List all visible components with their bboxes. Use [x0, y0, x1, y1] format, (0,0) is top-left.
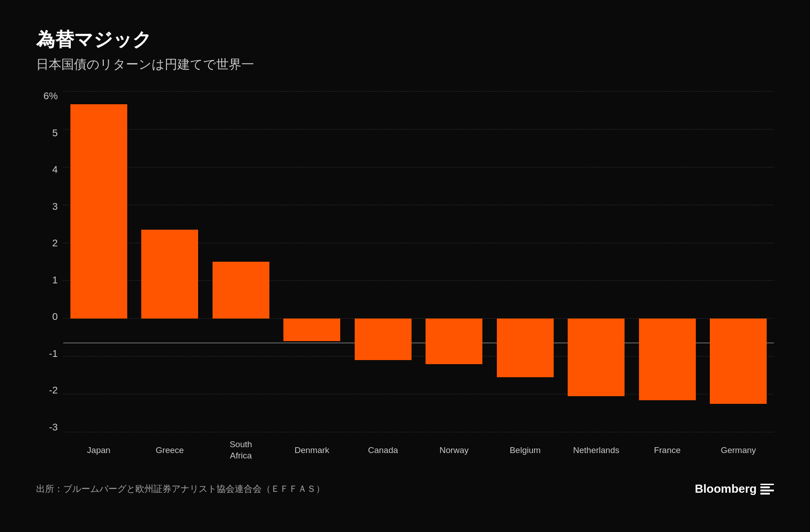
- bar: [70, 104, 127, 319]
- bars-container: [63, 91, 774, 432]
- bar-group: [134, 91, 206, 432]
- y-axis-label: 2: [36, 238, 63, 248]
- x-axis-label: Germany: [703, 432, 774, 468]
- bloomberg-icon: [760, 484, 774, 495]
- x-axis-label: Denmark: [277, 432, 348, 468]
- bar-group: [490, 91, 561, 432]
- bar-group: [561, 91, 632, 432]
- chart-area: 6%543210-1-2-3 JapanGreeceSouthAfricaDen…: [36, 91, 774, 468]
- y-axis: 6%543210-1-2-3: [36, 91, 63, 468]
- bar: [497, 319, 554, 377]
- y-axis-label: 6%: [36, 91, 63, 101]
- y-axis-label: -3: [36, 422, 63, 432]
- x-axis-label: Canada: [347, 432, 419, 468]
- chart-body: JapanGreeceSouthAfricaDenmarkCanadaNorwa…: [63, 91, 774, 468]
- bar-group: [205, 91, 277, 432]
- x-axis-label: Greece: [134, 432, 206, 468]
- bar-group: [347, 91, 419, 432]
- bar: [355, 319, 412, 360]
- y-axis-label: 5: [36, 128, 63, 138]
- bloomberg-logo: Bloomberg: [695, 482, 774, 496]
- x-axis-label: SouthAfrica: [205, 432, 277, 468]
- x-axis-label: Netherlands: [561, 432, 632, 468]
- x-axis-label: Japan: [63, 432, 134, 468]
- bar: [283, 319, 340, 341]
- x-labels: JapanGreeceSouthAfricaDenmarkCanadaNorwa…: [63, 432, 774, 468]
- x-axis-label: Norway: [419, 432, 490, 468]
- y-axis-label: -2: [36, 385, 63, 395]
- y-axis-label: -1: [36, 349, 63, 359]
- bar-group: [632, 91, 703, 432]
- bar: [426, 319, 482, 364]
- x-axis-label: Belgium: [490, 432, 561, 468]
- y-axis-label: 1: [36, 275, 63, 285]
- bar: [213, 262, 269, 319]
- bar-group: [63, 91, 134, 432]
- chart-subtitle: 日本国債のリターンは円建てで世界一: [36, 56, 774, 73]
- y-axis-label: 4: [36, 165, 63, 175]
- source-text: 出所：ブルームバーグと欧州証券アナリスト協会連合会（ＥＦＦＡＳ）: [36, 483, 325, 495]
- main-container: 為替マジック 日本国債のリターンは円建てで世界一 6%543210-1-2-3 …: [0, 0, 810, 532]
- x-axis-label: France: [632, 432, 703, 468]
- bar: [710, 319, 767, 404]
- bloomberg-text: Bloomberg: [695, 482, 757, 496]
- bar-group: [703, 91, 774, 432]
- bar: [639, 319, 696, 400]
- chart-wrapper: 6%543210-1-2-3 JapanGreeceSouthAfricaDen…: [36, 91, 774, 468]
- footer: 出所：ブルームバーグと欧州証券アナリスト協会連合会（ＥＦＦＡＳ） Bloombe…: [36, 477, 774, 496]
- y-axis-label: 0: [36, 312, 63, 322]
- bar: [568, 319, 625, 396]
- y-axis-label: 3: [36, 202, 63, 212]
- chart-title: 為替マジック: [36, 27, 774, 52]
- bar-group: [277, 91, 348, 432]
- bar-group: [419, 91, 490, 432]
- bar: [141, 230, 198, 319]
